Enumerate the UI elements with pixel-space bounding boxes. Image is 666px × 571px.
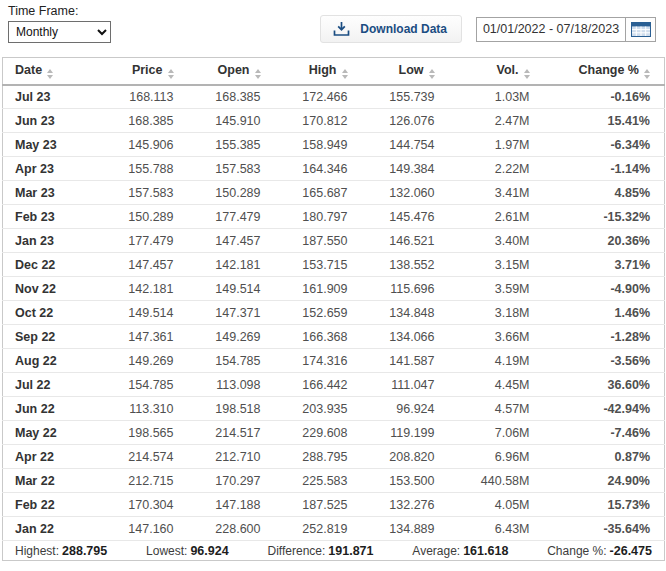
cell-price: 145.906	[91, 133, 188, 157]
table-row: Apr 22 214.574 212.710 288.795 208.820 6…	[3, 445, 665, 469]
sort-icon	[255, 69, 261, 79]
column-header-high[interactable]: High	[275, 58, 362, 85]
cell-price: 170.304	[91, 493, 188, 517]
cell-price: 214.574	[91, 445, 188, 469]
cell-open: 157.583	[188, 157, 275, 181]
cell-volume: 6.43M	[449, 517, 544, 541]
cell-volume: 2.22M	[449, 157, 544, 181]
table-row: Dec 22 147.457 142.181 153.715 138.552 3…	[3, 253, 665, 277]
cell-open: 228.600	[188, 517, 275, 541]
table-row: Sep 22 147.361 149.269 166.368 134.066 3…	[3, 325, 665, 349]
cell-date: Feb 23	[3, 205, 91, 229]
cell-change: -1.28%	[544, 325, 665, 349]
column-header-price[interactable]: Price	[91, 58, 188, 85]
summary-label: Difference:	[268, 544, 326, 558]
cell-volume: 7.06M	[449, 421, 544, 445]
date-range-picker[interactable]: 01/01/2022 - 07/18/2023	[476, 17, 656, 42]
calendar-button[interactable]	[625, 18, 655, 41]
cell-low: 119.199	[362, 421, 449, 445]
download-data-button[interactable]: Download Data	[320, 15, 462, 43]
cell-date: Mar 22	[3, 469, 91, 493]
column-header-label: Vol.	[497, 63, 519, 77]
cell-low: 111.047	[362, 373, 449, 397]
cell-date: Jan 23	[3, 229, 91, 253]
cell-open: 150.289	[188, 181, 275, 205]
cell-volume: 3.59M	[449, 277, 544, 301]
cell-change: -42.94%	[544, 397, 665, 421]
cell-high: 203.935	[275, 397, 362, 421]
cell-low: 132.276	[362, 493, 449, 517]
cell-open: 149.514	[188, 277, 275, 301]
summary-value: 191.871	[328, 544, 373, 558]
cell-volume: 6.96M	[449, 445, 544, 469]
cell-high: 174.316	[275, 349, 362, 373]
cell-low: 134.848	[362, 301, 449, 325]
cell-open: 198.518	[188, 397, 275, 421]
column-header-date[interactable]: Date	[3, 58, 91, 85]
cell-change: -7.46%	[544, 421, 665, 445]
column-header-change[interactable]: Change %	[544, 58, 665, 85]
cell-price: 149.269	[91, 349, 188, 373]
cell-date: Jun 22	[3, 397, 91, 421]
cell-high: 161.909	[275, 277, 362, 301]
cell-high: 152.659	[275, 301, 362, 325]
time-frame-select[interactable]: Monthly	[8, 21, 111, 43]
cell-open: 142.181	[188, 253, 275, 277]
summary-value: -26.475	[610, 544, 652, 558]
sort-icon	[47, 69, 53, 79]
table-row: Jan 23 177.479 147.457 187.550 146.521 3…	[3, 229, 665, 253]
cell-date: Jun 23	[3, 109, 91, 133]
cell-open: 214.517	[188, 421, 275, 445]
table-row: Jun 22 113.310 198.518 203.935 96.924 4.…	[3, 397, 665, 421]
cell-open: 155.385	[188, 133, 275, 157]
cell-change: -1.14%	[544, 157, 665, 181]
table-row: Mar 22 212.715 170.297 225.583 153.500 4…	[3, 469, 665, 493]
toolbar-right: Download Data 01/01/2022 - 07/18/2023	[320, 15, 656, 43]
cell-date: Nov 22	[3, 277, 91, 301]
column-header-open[interactable]: Open	[188, 58, 275, 85]
column-header-label: Open	[218, 63, 250, 77]
cell-change: -35.64%	[544, 517, 665, 541]
summary-value: 288.795	[62, 544, 107, 558]
cell-low: 126.076	[362, 109, 449, 133]
cell-price: 147.361	[91, 325, 188, 349]
cell-change: -3.56%	[544, 349, 665, 373]
column-header-volume[interactable]: Vol.	[449, 58, 544, 85]
summary-value: 161.618	[463, 544, 508, 558]
cell-volume: 4.05M	[449, 493, 544, 517]
table-row: Nov 22 142.181 149.514 161.909 115.696 3…	[3, 277, 665, 301]
cell-change: 36.60%	[544, 373, 665, 397]
table-row: Feb 23 150.289 177.479 180.797 145.476 2…	[3, 205, 665, 229]
cell-price: 154.785	[91, 373, 188, 397]
cell-high: 172.466	[275, 85, 362, 109]
cell-volume: 3.41M	[449, 181, 544, 205]
cell-change: 1.46%	[544, 301, 665, 325]
cell-high: 166.442	[275, 373, 362, 397]
sort-icon	[644, 69, 650, 79]
cell-low: 155.739	[362, 85, 449, 109]
cell-open: 154.785	[188, 349, 275, 373]
calendar-icon	[631, 22, 651, 37]
download-icon	[333, 21, 350, 37]
cell-high: 225.583	[275, 469, 362, 493]
cell-low: 145.476	[362, 205, 449, 229]
cell-high: 288.795	[275, 445, 362, 469]
column-header-low[interactable]: Low	[362, 58, 449, 85]
summary-lowest: Lowest:96.924	[146, 544, 229, 558]
cell-low: 208.820	[362, 445, 449, 469]
cell-volume: 2.61M	[449, 205, 544, 229]
summary-difference: Difference:191.871	[268, 544, 374, 558]
cell-date: Oct 22	[3, 301, 91, 325]
cell-open: 212.710	[188, 445, 275, 469]
cell-price: 198.565	[91, 421, 188, 445]
download-data-label: Download Data	[360, 22, 447, 36]
cell-high: 165.687	[275, 181, 362, 205]
sort-icon	[429, 69, 435, 79]
cell-low: 144.754	[362, 133, 449, 157]
cell-change: -6.34%	[544, 133, 665, 157]
sort-icon	[342, 69, 348, 79]
cell-change: 4.85%	[544, 181, 665, 205]
cell-price: 168.385	[91, 109, 188, 133]
cell-low: 132.060	[362, 181, 449, 205]
cell-price: 157.583	[91, 181, 188, 205]
